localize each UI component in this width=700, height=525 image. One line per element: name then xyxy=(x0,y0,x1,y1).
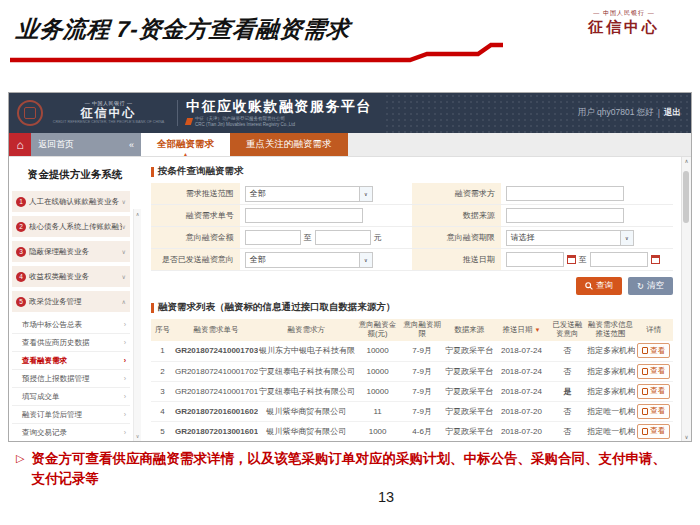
cell-demander[interactable]: 银川紫华商贸有限公司 xyxy=(258,421,355,441)
pboc-logo-top-text: — 中国人民银行 — xyxy=(588,10,660,18)
sidebar-subitem-bid-announcements[interactable]: 市场中标公告总表 › xyxy=(12,316,130,334)
step-badge: 3 xyxy=(16,247,26,257)
back-home-bar[interactable]: 返回首页 « xyxy=(31,133,141,156)
page-number: 13 xyxy=(378,489,394,505)
col-push-date[interactable]: 推送日期 ▼ xyxy=(495,319,548,341)
scroll-down-icon[interactable]: ∨ xyxy=(136,433,140,439)
step-badge: 4 xyxy=(16,272,26,282)
cell-order-no[interactable]: GR2018072410001703 xyxy=(174,341,258,361)
sidebar-subitem-deal-form[interactable]: 填写成交单 › xyxy=(12,388,130,406)
sidebar-scrollbar[interactable]: ∧ ∨ xyxy=(133,209,141,441)
logout-link[interactable]: 退出 xyxy=(664,107,681,119)
sidebar-subitem-postloan-management[interactable]: 融资订单贷后管理 › xyxy=(12,406,130,424)
sidebar-item-gov-procurement-loan[interactable]: 5 政采贷业务管理 ∧ xyxy=(12,291,130,312)
collapse-sidebar-icon[interactable]: « xyxy=(129,140,134,150)
user-separator: | xyxy=(658,108,660,118)
tab-label: 全部融资需求 xyxy=(157,138,214,151)
arrow-bullet-icon: ▷ xyxy=(16,449,24,488)
data-source-input[interactable] xyxy=(506,208,624,223)
col-source: 数据来源 xyxy=(444,319,495,341)
step-badge: 2 xyxy=(16,222,26,232)
amount-max-input[interactable] xyxy=(315,230,371,245)
col-amount: 意向融资金额(元) xyxy=(355,319,401,341)
step-badge: 1 xyxy=(16,197,26,207)
cell-order-no[interactable]: GR2018072013001601 xyxy=(174,421,258,441)
cell-order-no[interactable]: GR2018072410001701 xyxy=(174,381,258,401)
sidebar-subitem-precredit-data[interactable]: 预授信上报数据管理 › xyxy=(12,370,130,388)
nav-row: ⌂ 返回首页 « 全部融资需求 ▲ 重点关注的融资需求 xyxy=(9,133,691,157)
sidebar-subitem-supplier-history[interactable]: 查看供应商历史数据 › xyxy=(12,334,130,352)
demander-input[interactable] xyxy=(506,186,624,201)
sidebar-subitem-transaction-query[interactable]: 查询交易记录 › xyxy=(12,424,130,441)
table-row: 3 GR2018072410001701 宁夏纽泰电子科技有限公司 10000 … xyxy=(151,381,673,401)
col-no: 序号 xyxy=(151,319,174,341)
clear-button-label: 清空 xyxy=(647,280,664,292)
sort-desc-icon: ▼ xyxy=(535,327,541,333)
order-no-input[interactable] xyxy=(245,208,363,223)
view-button[interactable]: 查看 xyxy=(637,404,670,419)
crc-logo-icon xyxy=(185,118,193,125)
sidebar-item-manual-confirm[interactable]: 1 人工在线确认账款融资业务 ∨ xyxy=(12,191,130,212)
tab-key-financing-demands[interactable]: 重点关注的融资需求 xyxy=(230,133,348,156)
view-icon xyxy=(642,428,648,435)
sidebar-item-hidden-factoring[interactable]: 3 隐蔽保理融资业务 ∨ xyxy=(12,241,130,262)
cell-order-no[interactable]: GR2018072410001702 xyxy=(174,361,258,381)
push-date-end-input[interactable] xyxy=(590,252,648,267)
view-button[interactable]: 查看 xyxy=(637,343,670,358)
cell-demander[interactable]: 宁夏纽泰电子科技有限公司 xyxy=(258,381,355,401)
search-icon xyxy=(585,282,593,290)
view-button[interactable]: 查看 xyxy=(637,424,670,439)
cell-demander[interactable]: 银川东方中银电子科技有限公司 xyxy=(258,341,355,361)
cell-amount: 10000 xyxy=(355,361,401,381)
tab-all-financing-demands[interactable]: 全部融资需求 ▲ xyxy=(141,133,230,156)
cell-demander[interactable]: 宁夏纽泰电子科技有限公司 xyxy=(258,361,355,381)
filter-form: 需求推送范围 全部 ∨ 融资需求方 融资需求单号 数据来源 xyxy=(151,183,673,271)
table-row: 4 GR2018072016001602 银川紫华商贸有限公司 11 7-9月 … xyxy=(151,401,673,421)
cell-period: 7-9月 xyxy=(401,381,444,401)
sent-intent-label: 是否已发送融资意向 xyxy=(151,249,240,270)
back-home-label: 返回首页 xyxy=(38,138,74,151)
scroll-down-icon[interactable]: ∨ xyxy=(684,434,688,440)
view-button[interactable]: 查看 xyxy=(637,384,670,399)
arrow-right-icon: › xyxy=(124,375,126,382)
amount-min-input[interactable] xyxy=(245,230,301,245)
cell-order-no[interactable]: GR2018072016001602 xyxy=(174,401,258,421)
cell-sent: 是 xyxy=(548,381,586,401)
org-block: — 中国人民银行 — 征信中心 CREDIT REFERENCE CENTER,… xyxy=(48,101,169,125)
cell-scope: 指定多家机构 xyxy=(586,341,634,361)
cell-no: 3 xyxy=(151,381,174,401)
scrollbar-thumb[interactable] xyxy=(683,171,689,223)
filter-section-title: 按条件查询融资需求 xyxy=(158,165,244,178)
select-value: 请选择 xyxy=(511,232,535,243)
subitem-label: 市场中标公告总表 xyxy=(22,320,82,330)
view-button[interactable]: 查看 xyxy=(637,364,670,379)
period-select[interactable]: 请选择 ∨ xyxy=(506,230,634,246)
calendar-icon[interactable] xyxy=(567,255,576,264)
push-date-start-input[interactable] xyxy=(506,252,564,267)
annotation-text: 资金方可查看供应商融资需求详情，以及该笔采购订单对应的采购计划、中标公告、采购合… xyxy=(31,449,678,488)
cell-source: 宁夏政采平台 xyxy=(444,361,495,381)
main-panel: 按条件查询融资需求 需求推送范围 全部 ∨ 融资需求方 融资需求单号 xyxy=(141,157,691,441)
sidebar-item-label: 政采贷业务管理 xyxy=(29,297,82,307)
cell-scope: 指定唯一机构 xyxy=(586,421,634,441)
order-no-label: 融资需求单号 xyxy=(151,205,240,226)
period-label: 意向融资期限 xyxy=(412,227,501,248)
push-scope-select[interactable]: 全部 ∨ xyxy=(245,186,373,202)
calendar-icon[interactable] xyxy=(651,255,660,264)
sidebar-item-income-rights[interactable]: 4 收益权类融资业务 ∨ xyxy=(12,266,130,287)
scroll-up-icon[interactable]: ∧ xyxy=(684,158,688,164)
clear-button[interactable]: ↻ 清空 xyxy=(628,277,673,295)
scroll-up-icon[interactable]: ∧ xyxy=(136,211,140,217)
push-date-label: 推送日期 xyxy=(412,249,501,270)
col-period: 意向融资期限 xyxy=(401,319,444,341)
arrow-right-icon: › xyxy=(124,321,126,328)
sidebar-subitem-view-financing-demand[interactable]: 查看融资需求 › xyxy=(12,352,130,370)
view-icon xyxy=(642,347,648,354)
cell-demander[interactable]: 银川紫华商贸有限公司 xyxy=(258,401,355,421)
home-button[interactable]: ⌂ xyxy=(9,133,31,156)
sidebar-item-core-debtor-upload[interactable]: 2 核心债务人系统上传账款融资业务 ∨ xyxy=(12,216,130,237)
cell-no: 5 xyxy=(151,421,174,441)
sent-intent-select[interactable]: 全部 ∨ xyxy=(245,252,373,268)
query-button[interactable]: 查询 xyxy=(576,277,622,295)
view-icon xyxy=(642,408,648,415)
